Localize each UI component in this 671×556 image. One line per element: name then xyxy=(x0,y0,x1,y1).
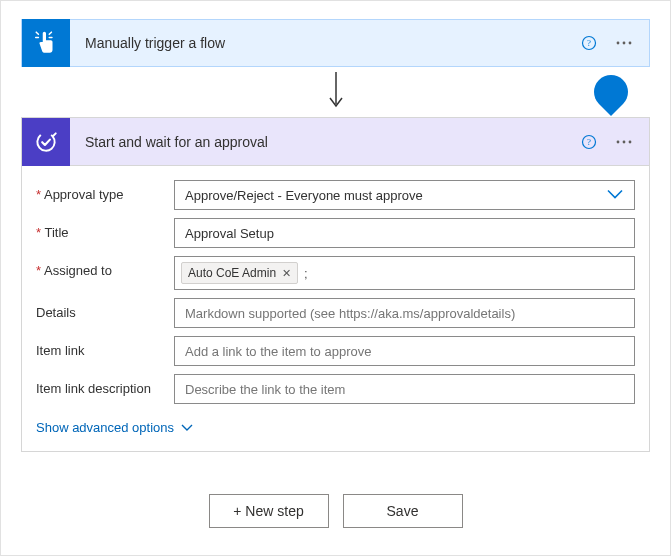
svg-point-10 xyxy=(623,140,626,143)
label-title: Title xyxy=(36,218,174,240)
show-advanced-options-label: Show advanced options xyxy=(36,420,174,435)
label-details: Details xyxy=(36,298,174,320)
approval-icon xyxy=(22,118,70,166)
assigned-to-input[interactable]: Auto CoE Admin ✕ ; xyxy=(174,256,635,290)
remove-token-icon[interactable]: ✕ xyxy=(282,267,291,280)
trigger-title: Manually trigger a flow xyxy=(70,35,581,51)
item-link-input[interactable] xyxy=(174,336,635,366)
help-icon[interactable]: ? xyxy=(581,35,597,51)
footer-actions: + New step Save xyxy=(21,494,650,528)
svg-point-2 xyxy=(617,42,620,45)
assignee-token-label: Auto CoE Admin xyxy=(188,266,276,280)
new-step-button[interactable]: + New step xyxy=(209,494,329,528)
dynamic-content-droplet-icon[interactable] xyxy=(587,68,635,116)
action-card: Start and wait for an approval ? Approva… xyxy=(21,117,650,452)
approval-type-value: Approve/Reject - Everyone must approve xyxy=(185,188,423,203)
svg-text:?: ? xyxy=(587,137,591,147)
svg-text:?: ? xyxy=(587,38,591,48)
details-input[interactable] xyxy=(174,298,635,328)
svg-point-3 xyxy=(623,42,626,45)
action-form: Approval type Approve/Reject - Everyone … xyxy=(22,166,649,451)
save-button[interactable]: Save xyxy=(343,494,463,528)
assignee-token[interactable]: Auto CoE Admin ✕ xyxy=(181,262,298,284)
chevron-down-icon xyxy=(606,188,624,203)
token-separator: ; xyxy=(302,266,308,281)
flow-designer-canvas: Manually trigger a flow ? xyxy=(0,0,671,556)
label-assigned-to: Assigned to xyxy=(36,256,174,278)
label-approval-type: Approval type xyxy=(36,180,174,202)
chevron-down-icon xyxy=(180,423,194,433)
connector xyxy=(21,67,650,117)
label-item-link: Item link xyxy=(36,336,174,358)
item-link-desc-input[interactable] xyxy=(174,374,635,404)
svg-point-11 xyxy=(629,140,632,143)
title-input[interactable] xyxy=(174,218,635,248)
more-menu-icon[interactable] xyxy=(615,134,633,150)
show-advanced-options-link[interactable]: Show advanced options xyxy=(36,420,194,435)
svg-point-9 xyxy=(617,140,620,143)
more-menu-icon[interactable] xyxy=(615,35,633,51)
help-icon[interactable]: ? xyxy=(581,134,597,150)
svg-point-4 xyxy=(629,42,632,45)
manual-trigger-icon xyxy=(22,19,70,67)
trigger-card[interactable]: Manually trigger a flow ? xyxy=(21,19,650,67)
approval-type-select[interactable]: Approve/Reject - Everyone must approve xyxy=(174,180,635,210)
label-item-link-desc: Item link description xyxy=(36,374,174,396)
action-header[interactable]: Start and wait for an approval ? xyxy=(22,118,649,166)
action-title: Start and wait for an approval xyxy=(70,134,581,150)
